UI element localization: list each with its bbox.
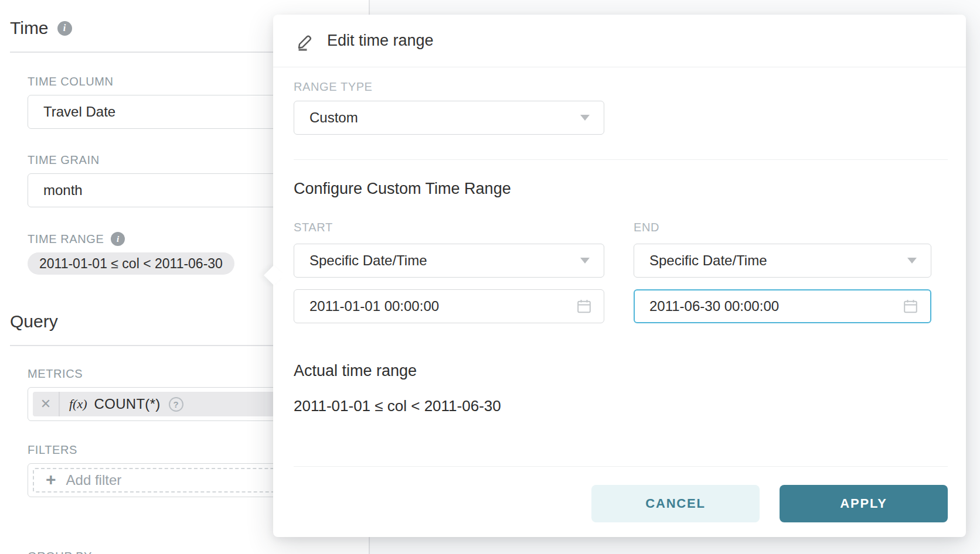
end-mode-value: Specific Date/Time	[649, 252, 767, 269]
calendar-icon[interactable]	[903, 299, 918, 314]
cancel-button[interactable]: CANCEL	[591, 485, 760, 522]
end-datetime-input[interactable]: 2011-06-30 00:00:00	[634, 289, 931, 323]
metric-name: COUNT(*)	[94, 396, 161, 412]
info-icon[interactable]: i	[111, 232, 125, 246]
edit-time-range-popover: Edit time range RANGE TYPE Custom Config…	[273, 15, 966, 537]
time-column-value: Travel Date	[43, 104, 115, 120]
start-label: START	[294, 221, 604, 234]
divider	[294, 159, 948, 160]
end-label: END	[634, 221, 931, 234]
configure-heading: Configure Custom Time Range	[294, 179, 948, 199]
end-mode-select[interactable]: Specific Date/Time	[634, 244, 931, 278]
add-filter-label: Add filter	[66, 472, 122, 488]
function-icon: f(x)	[69, 396, 87, 412]
start-datetime-input[interactable]: 2011-01-01 00:00:00	[294, 289, 604, 323]
time-section-title: Time	[10, 18, 49, 39]
popover-title: Edit time range	[327, 32, 434, 50]
popover-header: Edit time range	[273, 15, 966, 67]
range-type-label: RANGE TYPE	[294, 80, 948, 93]
actual-range-value: 2011-01-01 ≤ col < 2011-06-30	[294, 397, 948, 415]
start-mode-value: Specific Date/Time	[309, 252, 427, 269]
remove-metric-icon[interactable]: ✕	[33, 392, 60, 416]
explore-page: Time i TIME COLUMN Travel Date TIME GRAI…	[0, 0, 980, 554]
start-datetime-value: 2011-01-01 00:00:00	[309, 298, 439, 314]
apply-button[interactable]: APPLY	[780, 485, 948, 522]
pencil-icon	[294, 30, 315, 52]
help-icon[interactable]: ?	[169, 397, 183, 412]
start-mode-select[interactable]: Specific Date/Time	[294, 244, 604, 278]
calendar-icon[interactable]	[576, 299, 592, 314]
end-datetime-value: 2011-06-30 00:00:00	[649, 298, 779, 314]
range-type-select[interactable]: Custom	[294, 101, 604, 135]
range-type-value: Custom	[309, 110, 358, 126]
time-range-pill[interactable]: 2011-01-01 ≤ col < 2011-06-30	[28, 252, 234, 275]
divider	[294, 466, 948, 467]
time-grain-value: month	[43, 182, 83, 199]
actual-range-heading: Actual time range	[294, 361, 948, 381]
query-section-title: Query	[10, 311, 58, 332]
group-by-label: GROUP BY	[28, 550, 347, 554]
time-range-label: TIME RANGE	[28, 232, 104, 245]
chevron-down-icon	[580, 258, 590, 264]
start-column: START Specific Date/Time 2011-01-01 00:0…	[294, 221, 604, 323]
chevron-down-icon	[580, 115, 590, 121]
plus-icon: +	[46, 471, 56, 488]
end-column: END Specific Date/Time 2011-06-30 00:00:…	[634, 221, 931, 323]
info-icon[interactable]: i	[57, 21, 72, 36]
chevron-down-icon	[907, 258, 917, 264]
